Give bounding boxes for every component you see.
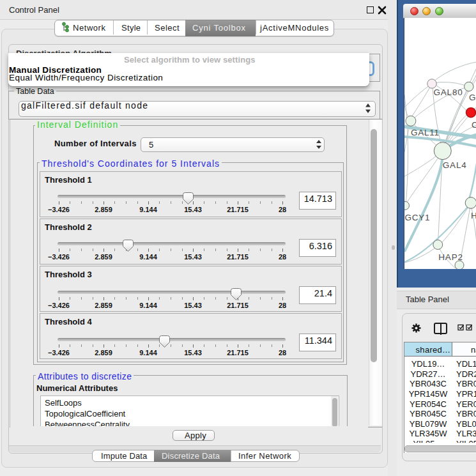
svg-text:GAL11: GAL11 bbox=[411, 128, 440, 137]
svg-text:C: C bbox=[472, 120, 476, 130]
svg-text:H: H bbox=[471, 211, 476, 220]
svg-text:GCY1: GCY1 bbox=[404, 213, 430, 222]
svg-text:GAL80: GAL80 bbox=[434, 88, 463, 97]
svg-text:GAL4: GAL4 bbox=[443, 160, 467, 170]
svg-text:HAP2: HAP2 bbox=[438, 252, 463, 262]
svg-text:GAL: GAL bbox=[469, 93, 476, 102]
